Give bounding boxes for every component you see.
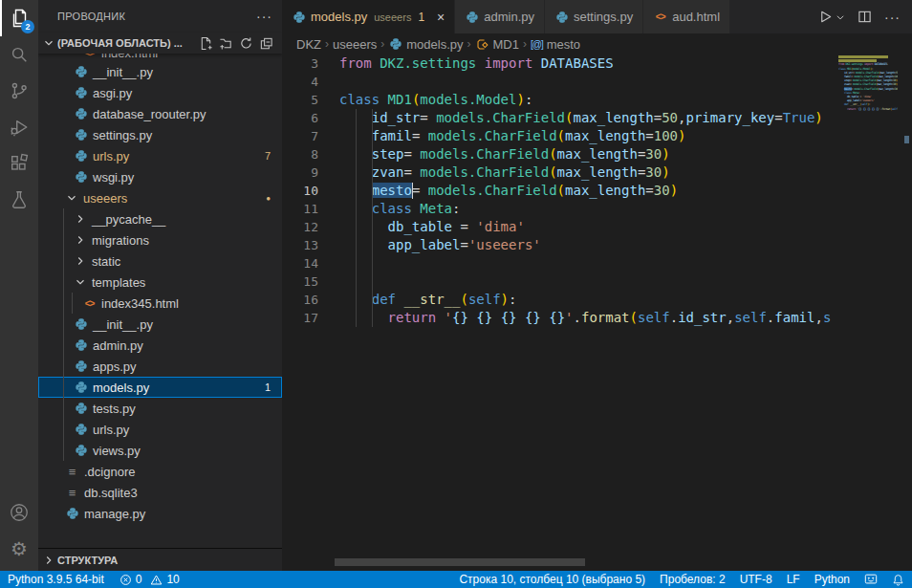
config-file-icon: ≡ — [65, 466, 79, 478]
tree-item--dcignore[interactable]: ≡.dcignore — [38, 461, 282, 482]
source-control-icon[interactable] — [0, 73, 38, 109]
tree-item-label: __init__.py — [93, 65, 153, 79]
code-line-text: famil= models.CharField(max_length=100) — [339, 127, 686, 145]
run-button[interactable] — [818, 10, 845, 24]
tab-models-py[interactable]: models.pyuseeers1× — [282, 0, 455, 33]
tree-item-models-py[interactable]: models.py1 — [38, 377, 282, 398]
tree-item--init-py[interactable]: __init__.py — [38, 61, 282, 82]
account-icon[interactable] — [0, 494, 38, 531]
line-number: 15 — [282, 272, 318, 291]
breadcrumb-item-models-py[interactable]: models.py — [388, 37, 463, 52]
tree-item-label: wsgi.py — [93, 170, 134, 185]
status-encoding[interactable]: UTF-8 — [740, 573, 772, 586]
settings-gear-icon[interactable]: ⚙ — [0, 531, 38, 567]
status-indentation[interactable]: Пробелов: 2 — [660, 573, 726, 586]
tree-item-useeers[interactable]: useeers● — [38, 187, 282, 208]
tab-admin-py[interactable]: admin.py — [455, 0, 545, 33]
chevron-down-icon — [65, 191, 78, 205]
breadcrumb-item-useeers[interactable]: useeers — [333, 37, 377, 52]
python-file-icon — [388, 37, 402, 51]
tree-item-settings-py[interactable]: settings.py — [38, 124, 282, 145]
status-language[interactable]: Python — [814, 573, 850, 586]
code-editor[interactable]: 3from DKZ.settings import DATABASES45cla… — [282, 54, 912, 571]
collapse-folders-icon[interactable] — [256, 33, 276, 53]
file-tree: __init__.pyasgi.pydatabase_roouter.pyset… — [38, 61, 282, 524]
new-file-icon[interactable] — [196, 33, 216, 53]
explorer-badge: 2 — [21, 20, 34, 33]
line-number: 3 — [282, 54, 318, 73]
tree-indent-guide — [72, 293, 73, 314]
line-number: 5 — [282, 91, 318, 109]
tree-item-index345-html[interactable]: <>index345.html — [38, 293, 282, 314]
tree-item-database-roouter-py[interactable]: database_roouter.py — [38, 103, 282, 124]
breadcrumb-item-md1[interactable]: MD1 — [475, 37, 519, 52]
line-number: 10 — [282, 182, 318, 200]
tree-item-views-py[interactable]: views.py — [38, 440, 282, 461]
sidebar-title: ПРОВОДНИК — [57, 11, 256, 22]
tree-item-partial[interactable]: <>index.html — [38, 54, 282, 61]
text-cursor — [412, 183, 414, 199]
new-folder-icon[interactable] — [216, 33, 236, 53]
breadcrumb-item-mesto[interactable]: [@]mesto — [531, 37, 580, 52]
run-debug-icon[interactable] — [0, 109, 38, 145]
status-eol[interactable]: LF — [787, 573, 800, 586]
py-file-icon — [74, 128, 88, 142]
editor-more-actions-icon[interactable]: ··· — [884, 10, 901, 25]
py-file-icon — [74, 65, 88, 78]
tree-item-urls-py[interactable]: urls.py7 — [38, 145, 282, 166]
status-line-col[interactable]: Строка 10, столбец 10 (выбрано 5) — [459, 573, 645, 586]
search-icon[interactable] — [0, 36, 38, 73]
sidebar-more-icon[interactable]: ··· — [256, 9, 272, 24]
extensions-icon[interactable] — [0, 145, 38, 182]
breadcrumb-separator: › — [467, 37, 471, 51]
tree-item-label: admin.py — [93, 338, 143, 353]
py-file-icon — [74, 444, 88, 457]
tree-item-templates[interactable]: templates — [38, 272, 282, 293]
outline-section-header[interactable]: СТРУКТУРА — [38, 548, 282, 571]
overview-ruler-mark — [904, 136, 909, 143]
horizontal-scrollbar[interactable] — [335, 558, 585, 566]
bell-icon[interactable] — [892, 574, 904, 586]
tree-item-admin-py[interactable]: admin.py — [38, 335, 282, 356]
tab-description: useeers — [374, 11, 411, 23]
tree-item-label: urls.py — [93, 149, 129, 163]
tree-item-wsgi-py[interactable]: wsgi.py — [38, 166, 282, 187]
python-file-icon — [465, 11, 479, 24]
tree-item-label: .dcignore — [84, 465, 135, 479]
tree-item-apps-py[interactable]: apps.py — [38, 356, 282, 377]
tree-item-migrations[interactable]: migrations — [38, 229, 282, 250]
symbol-field-icon: [@] — [531, 39, 543, 50]
status-python-version[interactable]: Python 3.9.5 64-bit — [8, 573, 104, 586]
code-line: 6 id_str= models.CharField(max_length=50… — [282, 109, 912, 127]
tree-item--pycache-[interactable]: __pycache__ — [38, 208, 282, 229]
tab-aud-html[interactable]: <>aud.html — [643, 0, 730, 33]
outline-label: СТРУКТУРА — [57, 555, 118, 566]
code-line: 10 mesto= models.CharField(max_length=30… — [282, 182, 912, 200]
minimap[interactable]: from DKZ.settings import DATABASESclass … — [838, 54, 898, 571]
py-file-icon — [74, 170, 88, 184]
code-line: 8 step= models.CharField(max_length=30) — [282, 145, 912, 163]
tree-item-label: models.py — [93, 381, 149, 395]
status-problems[interactable]: 0 10 — [119, 573, 180, 586]
workspace-section-header[interactable]: (РАБОЧАЯ ОБЛАСТЬ) ... — [38, 33, 282, 54]
breadcrumb-item-dkz[interactable]: DKZ — [296, 37, 321, 52]
refresh-icon[interactable] — [236, 33, 256, 53]
tree-item--init-py[interactable]: __init__.py — [38, 314, 282, 335]
split-editor-icon[interactable] — [858, 10, 872, 24]
tree-item-tests-py[interactable]: tests.py — [38, 398, 282, 419]
tree-item-manage-py[interactable]: manage.py — [38, 503, 282, 524]
tab-label: aud.html — [672, 10, 720, 24]
tab-settings-py[interactable]: settings.py — [545, 0, 643, 33]
close-icon[interactable]: × — [437, 11, 445, 24]
explorer-icon[interactable]: 2 — [0, 0, 38, 36]
editor-group: models.pyuseeers1×admin.pysettings.py<>a… — [282, 0, 912, 571]
tree-item-asgi-py[interactable]: asgi.py — [38, 82, 282, 103]
tree-item-static[interactable]: static — [38, 250, 282, 272]
testing-icon[interactable] — [0, 182, 38, 218]
py-file-icon — [74, 338, 88, 352]
feedback-icon[interactable] — [864, 573, 878, 586]
tree-item-label: tests.py — [93, 402, 136, 416]
tree-item-urls-py[interactable]: urls.py — [38, 419, 282, 440]
tree-item-label: __pycache__ — [92, 212, 165, 227]
tree-item-db-sqlite3[interactable]: ≡db.sqlite3 — [38, 482, 282, 503]
